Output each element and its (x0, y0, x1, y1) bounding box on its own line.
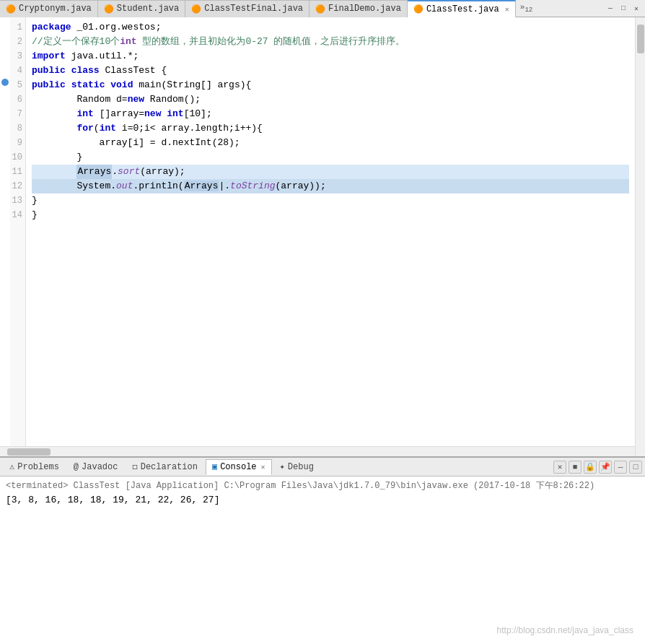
close-button[interactable]: ✕ (631, 3, 642, 14)
tab-label: ClassTestFinal.java (204, 4, 303, 14)
code-line-5: public static void main(String[] args){ (32, 78, 629, 92)
debug-icon: ✦ (280, 461, 285, 472)
console-icon: ▣ (212, 461, 217, 472)
problems-icon: ⚠ (9, 461, 14, 472)
console-output: [3, 8, 16, 18, 18, 19, 21, 22, 26, 27] (6, 495, 639, 505)
horizontal-scrollbar[interactable] (0, 446, 635, 456)
tab-label: FinalDemo.java (328, 4, 401, 14)
window-controls: — □ ✕ (605, 3, 645, 14)
code-line-1: package _01.org.westos; (32, 20, 629, 35)
bottom-panel: ⚠ Problems @ Javadoc ◻ Declaration ▣ Con… (0, 456, 645, 644)
java-file-icon: 🟠 (413, 4, 424, 14)
stop-button[interactable]: ■ (569, 461, 582, 474)
tab-debug[interactable]: ✦ Debug (273, 459, 320, 475)
scroll-lock-button[interactable]: 🔒 (584, 461, 597, 474)
pin-button[interactable]: 📌 (599, 461, 612, 474)
java-file-icon: 🟠 (104, 4, 114, 14)
declaration-icon: ◻ (132, 461, 137, 472)
tab-javadoc[interactable]: @ Javadoc (67, 459, 125, 475)
tab-student[interactable]: 🟠 Student.java (98, 0, 185, 17)
code-line-14: } (32, 208, 629, 222)
tab-label: Cryptonym.java (19, 4, 92, 14)
code-line-9: array[i] = d.nextInt(28); (32, 136, 629, 150)
tab-problems[interactable]: ⚠ Problems (3, 459, 66, 475)
console-label: Console (220, 462, 256, 472)
minimize-view-button[interactable]: — (614, 461, 627, 474)
code-line-10: } (32, 150, 629, 165)
tab-label: Student.java (117, 4, 179, 14)
debug-label: Debug (288, 462, 314, 472)
java-file-icon: 🟠 (315, 4, 325, 14)
tab-label: ClassTest.java (426, 4, 499, 14)
left-margin (0, 17, 10, 446)
javadoc-icon: @ (74, 462, 79, 472)
code-line-11: Arrays.sort(array); (32, 165, 629, 179)
code-container: 1 2 3 4 5 6 7 8 9 10 11 12 13 14 (0, 17, 635, 446)
tab-console[interactable]: ▣ Console ✕ (206, 459, 272, 475)
code-editor[interactable]: package _01.org.westos; //定义一个保存10个int 型… (26, 17, 635, 446)
editor-tab-bar: 🟠 Cryptonym.java 🟠 Student.java 🟠 ClassT… (0, 0, 645, 17)
minimize-button[interactable]: — (605, 3, 616, 14)
problems-label: Problems (17, 462, 59, 472)
maximize-button[interactable]: □ (618, 3, 629, 14)
vertical-scrollbar[interactable] (635, 17, 645, 456)
line-indicator (1, 79, 9, 86)
tab-classtest[interactable]: 🟠 ClassTest.java ✕ (408, 0, 516, 17)
h-scrollbar-thumb[interactable] (7, 448, 51, 456)
bottom-tab-bar: ⚠ Problems @ Javadoc ◻ Declaration ▣ Con… (0, 458, 645, 477)
console-terminated-text: <terminated> ClassTest [Java Application… (6, 479, 639, 492)
v-scrollbar-thumb[interactable] (637, 25, 644, 53)
code-line-7: int []array=new int[10]; (32, 107, 629, 121)
tab-classtestfinal[interactable]: 🟠 ClassTestFinal.java (185, 0, 310, 17)
code-line-12: System.out.println(Arrays|.toString(arra… (32, 179, 629, 193)
tab-close-button[interactable]: ✕ (505, 5, 509, 14)
editor-scroll-container: 1 2 3 4 5 6 7 8 9 10 11 12 13 14 (0, 17, 645, 456)
tab-declaration[interactable]: ◻ Declaration (126, 459, 203, 475)
code-line-8: for(int i=0;i< array.length;i++){ (32, 121, 629, 136)
editor-main: 1 2 3 4 5 6 7 8 9 10 11 12 13 14 (0, 17, 635, 456)
line-numbers: 1 2 3 4 5 6 7 8 9 10 11 12 13 14 (10, 17, 26, 446)
code-line-13: } (32, 193, 629, 208)
code-line-2: //定义一个保存10个int 型的数组，并且初始化为0-27 的随机值，之后进行… (32, 35, 629, 49)
tab-overflow[interactable]: »12 (516, 3, 538, 14)
console-tab-close[interactable]: ✕ (261, 463, 266, 471)
tab-cryptonym[interactable]: 🟠 Cryptonym.java (0, 0, 98, 17)
clear-console-button[interactable]: ✕ (553, 461, 566, 474)
java-file-icon: 🟠 (191, 4, 201, 14)
maximize-view-button[interactable]: □ (629, 461, 642, 474)
javadoc-label: Javadoc (82, 462, 118, 472)
code-line-3: import java.util.*; (32, 49, 629, 64)
java-file-icon: 🟠 (6, 4, 16, 14)
code-line-6: Random d=new Random(); (32, 92, 629, 107)
tab-finaldemo[interactable]: 🟠 FinalDemo.java (310, 0, 408, 17)
bottom-panel-controls: ✕ ■ 🔒 📌 — □ (553, 461, 642, 474)
code-line-4: public class ClassTest { (32, 64, 629, 78)
declaration-label: Declaration (141, 462, 198, 472)
console-content: <terminated> ClassTest [Java Application… (0, 477, 645, 644)
editor-area: 1 2 3 4 5 6 7 8 9 10 11 12 13 14 (0, 17, 645, 456)
